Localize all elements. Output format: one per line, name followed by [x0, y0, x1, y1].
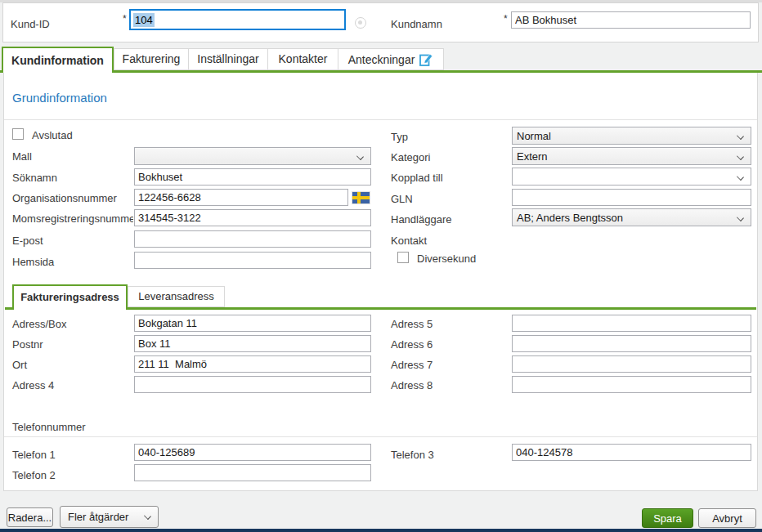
main-tabbar: Kundinformation Fakturering Inställninga…	[0, 47, 762, 73]
note-edit-icon	[419, 53, 433, 66]
mall-select[interactable]	[134, 147, 371, 165]
tab-installningar[interactable]: Inställningar	[188, 48, 268, 70]
tab-fakturering[interactable]: Fakturering	[114, 48, 189, 70]
adress-box-label: Adress/Box	[12, 318, 66, 330]
fler-atgarder-label: Fler åtgärder	[68, 511, 128, 523]
kopplad-till-label: Kopplad till	[391, 172, 443, 184]
soknamn-input[interactable]	[134, 168, 371, 186]
chevron-down-icon	[144, 512, 151, 520]
diversekund-label: Diversekund	[417, 253, 476, 265]
kund-id-selected-text: 104	[133, 13, 155, 27]
chevron-down-icon	[737, 132, 744, 140]
adress5-input[interactable]	[512, 315, 751, 332]
chevron-down-icon	[737, 173, 744, 181]
hemsida-input[interactable]	[134, 252, 371, 269]
telefon2-label: Telefon 2	[12, 469, 56, 481]
adress5-label: Adress 5	[391, 318, 433, 330]
adress6-input[interactable]	[512, 335, 751, 352]
handlaggare-label: Handläggare	[391, 213, 451, 226]
tab-kontakter[interactable]: Kontakter	[267, 48, 338, 70]
kopplad-till-select[interactable]	[512, 168, 751, 186]
kund-id-input[interactable]: 104	[129, 9, 346, 30]
telefon3-label: Telefon 3	[391, 449, 434, 461]
adress4-label: Adress 4	[12, 379, 54, 391]
momsregistreringsnummer-label: Momsregistreringsnummer	[12, 212, 133, 225]
avslutad-checkbox[interactable]	[12, 128, 24, 140]
postnr-input[interactable]	[134, 335, 371, 352]
section-title-grundinformation: Grundinformation	[12, 91, 107, 105]
momsregistreringsnummer-input[interactable]	[134, 209, 371, 226]
telefon3-input[interactable]	[512, 444, 751, 461]
organisationsnummer-label: Organisationsnummer	[12, 192, 117, 204]
kund-id-label: Kund-ID	[11, 18, 50, 30]
subtab-faktureringsadress[interactable]: Faktureringsadress	[12, 284, 128, 310]
telefon1-label: Telefon 1	[12, 449, 56, 461]
chevron-down-icon	[737, 153, 744, 160]
ort-input[interactable]	[134, 355, 371, 373]
kategori-select[interactable]: Extern	[512, 147, 751, 165]
epost-label: E-post	[12, 235, 43, 247]
hemsida-label: Hemsida	[12, 256, 54, 268]
kundinformation-panel: Grundinformation Avslutad Mall Söknamn O…	[3, 73, 758, 491]
chevron-down-icon	[356, 153, 364, 160]
telefon1-input[interactable]	[134, 444, 371, 461]
adress8-label: Adress 8	[391, 379, 433, 391]
spara-button[interactable]: Spara	[642, 508, 693, 528]
tab-label: Anteckningar	[348, 50, 415, 70]
subtab-label: Leveransadress	[138, 290, 214, 302]
radera-button[interactable]: Radera...	[7, 507, 53, 527]
avslutad-label: Avslutad	[32, 129, 73, 141]
info-circle-icon	[355, 17, 366, 29]
adress8-input[interactable]	[512, 376, 751, 393]
handlaggare-value: AB; Anders Bengtsson	[517, 212, 623, 224]
handlaggare-select[interactable]: AB; Anders Bengtsson	[512, 208, 751, 226]
ort-label: Ort	[12, 359, 27, 371]
epost-input[interactable]	[134, 230, 371, 248]
tab-kundinformation[interactable]: Kundinformation	[2, 47, 114, 73]
organisationsnummer-input[interactable]	[134, 189, 348, 206]
customer-form-page: Kund-ID * 104 Kundnamn * Kundinformation…	[0, 0, 762, 532]
chevron-down-icon	[737, 214, 744, 221]
typ-value: Normal	[517, 130, 551, 142]
mall-label: Mall	[12, 150, 32, 163]
adress4-input[interactable]	[134, 376, 371, 393]
typ-label: Typ	[391, 131, 408, 143]
footer-bar: Radera... Fler åtgärder Spara Avbryt	[0, 491, 762, 529]
fler-atgarder-select[interactable]: Fler åtgärder	[60, 506, 159, 528]
adress7-input[interactable]	[512, 355, 751, 373]
kundnamn-label: Kundnamn	[391, 18, 442, 30]
adress7-label: Adress 7	[391, 359, 433, 371]
diversekund-checkbox[interactable]	[397, 252, 409, 263]
tab-label: Kundinformation	[11, 54, 104, 67]
telefon2-input[interactable]	[134, 464, 371, 481]
telefon-divider	[4, 436, 757, 437]
soknamn-label: Söknamn	[12, 172, 57, 184]
subtab-label: Faktureringsadress	[20, 291, 119, 303]
tab-anteckningar[interactable]: Anteckningar	[338, 48, 444, 70]
gln-label: GLN	[391, 193, 413, 205]
kund-id-required-marker: *	[123, 14, 127, 24]
kundnamn-required-marker: *	[504, 14, 508, 24]
kategori-value: Extern	[517, 150, 548, 163]
tab-label: Kontakter	[279, 52, 328, 65]
tab-label: Inställningar	[197, 52, 259, 65]
kundnamn-input[interactable]	[511, 11, 751, 29]
section-divider	[4, 119, 757, 120]
header-panel: Kund-ID * 104 Kundnamn *	[2, 2, 759, 42]
adress6-label: Adress 6	[391, 338, 433, 351]
subtab-leveransadress[interactable]: Leveransadress	[128, 286, 225, 307]
bottom-accent-line	[0, 529, 762, 532]
gln-input[interactable]	[512, 189, 751, 206]
adress-box-input[interactable]	[134, 315, 371, 332]
kontakt-label: Kontakt	[391, 235, 427, 247]
postnr-label: Postnr	[12, 338, 43, 351]
telefonnummer-section-label: Telefonnummer	[12, 421, 86, 433]
typ-select[interactable]: Normal	[512, 127, 751, 145]
kategori-label: Kategori	[391, 151, 430, 163]
tab-label: Fakturering	[123, 52, 181, 65]
avbryt-button[interactable]: Avbryt	[698, 508, 756, 528]
swedish-flag-icon	[352, 192, 370, 203]
